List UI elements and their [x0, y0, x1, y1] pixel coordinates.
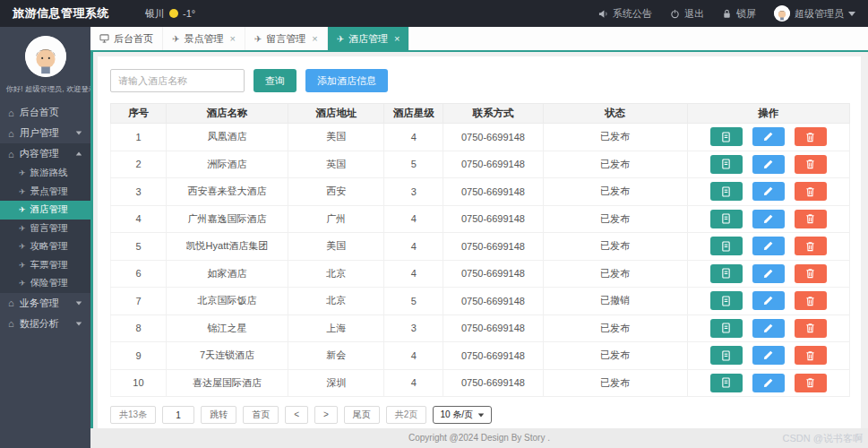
- trash-icon: [805, 296, 815, 306]
- view-button[interactable]: [710, 237, 743, 255]
- cell-address: 北京: [288, 260, 384, 288]
- plane-icon: ✈: [19, 242, 26, 251]
- sidebar-subitem-message[interactable]: ✈ 留言管理: [0, 220, 90, 238]
- edit-button[interactable]: [752, 127, 785, 146]
- delete-button[interactable]: [795, 210, 827, 228]
- edit-button[interactable]: [752, 155, 785, 174]
- cell-address: 深圳: [288, 369, 384, 397]
- plane-icon: ✈: [19, 261, 26, 270]
- chevron-left-icon: <: [294, 409, 299, 419]
- tab-message[interactable]: ✈ 留言管理 ×: [245, 27, 328, 50]
- view-button[interactable]: [710, 319, 743, 338]
- cell-index: 9: [111, 342, 167, 370]
- page-input[interactable]: [162, 406, 194, 424]
- cell-status: 已发布: [543, 233, 687, 261]
- search-button[interactable]: 查询: [254, 69, 296, 92]
- add-hotel-button[interactable]: 添加酒店信息: [305, 69, 388, 92]
- sidebar-subitem-scenic[interactable]: ✈ 景点管理: [0, 183, 90, 202]
- delete-button[interactable]: [795, 237, 827, 255]
- cell-index: 8: [111, 314, 167, 342]
- view-button[interactable]: [710, 210, 743, 228]
- view-button[interactable]: [710, 374, 743, 392]
- sidebar-subitem-label: 旅游路线: [30, 167, 68, 179]
- plane-icon: ✈: [19, 224, 26, 233]
- hotel-table-body: 1凤凰酒店美国40750-6699148已发布 2洲际酒店英国50750-669…: [111, 124, 850, 397]
- edit-button[interactable]: [752, 374, 785, 392]
- sidebar-item-business[interactable]: ⌂ 业务管理: [0, 293, 90, 314]
- logout-label: 退出: [684, 7, 704, 21]
- view-button[interactable]: [710, 291, 743, 310]
- tab-label: 后台首页: [114, 32, 153, 46]
- delete-button[interactable]: [795, 374, 827, 392]
- delete-button[interactable]: [795, 291, 827, 310]
- total-pages: 共2页: [386, 406, 427, 424]
- weather-city: 银川: [145, 7, 165, 21]
- document-icon: [721, 323, 731, 333]
- close-icon[interactable]: ×: [229, 33, 235, 44]
- edit-button[interactable]: [752, 210, 785, 228]
- delete-button[interactable]: [795, 319, 827, 338]
- sidebar-item-users[interactable]: ⌂ 用户管理: [0, 123, 90, 143]
- edit-button[interactable]: [752, 346, 785, 365]
- first-page-button[interactable]: 首页: [243, 406, 279, 424]
- edit-button[interactable]: [752, 319, 785, 338]
- cell-contact: 0750-6699148: [443, 314, 543, 342]
- sidebar-subitem-guide[interactable]: ✈ 攻略管理: [0, 237, 90, 256]
- tab-scenic[interactable]: ✈ 景点管理 ×: [163, 27, 245, 50]
- close-icon[interactable]: ×: [394, 33, 400, 44]
- top-header: 旅游信息管理系统 银川 -1° 系统公告 退出: [0, 0, 868, 27]
- per-page-select[interactable]: 10 条/页: [433, 406, 492, 424]
- content-area: 查询 添加酒店信息 序号 酒店名称 酒店地址: [90, 52, 868, 428]
- last-page-button[interactable]: 尾页: [344, 406, 380, 424]
- cell-address: 英国: [288, 151, 384, 178]
- pencil-icon: [763, 323, 773, 333]
- pencil-icon: [763, 132, 773, 142]
- trash-icon: [805, 241, 815, 252]
- cell-stars: 5: [384, 151, 443, 178]
- delete-button[interactable]: [795, 346, 827, 365]
- view-button[interactable]: [710, 264, 743, 283]
- tab-dashboard[interactable]: 后台首页: [90, 27, 163, 50]
- close-icon[interactable]: ×: [312, 33, 317, 44]
- view-button[interactable]: [710, 346, 743, 365]
- sidebar-subitem-hotel[interactable]: ✈ 酒店管理: [0, 201, 90, 220]
- cell-actions: [687, 124, 850, 151]
- announcement-button[interactable]: 系统公告: [598, 7, 652, 21]
- cell-name: 凯悦Hyatt酒店集团: [166, 233, 288, 261]
- next-page-button[interactable]: >: [314, 406, 338, 424]
- delete-button[interactable]: [795, 264, 827, 283]
- view-button[interactable]: [710, 182, 743, 201]
- col-actions: 操作: [687, 104, 850, 124]
- trash-icon: [805, 323, 815, 333]
- delete-button[interactable]: [795, 155, 827, 174]
- view-button[interactable]: [710, 127, 743, 146]
- sidebar-item-dashboard[interactable]: ⌂ 后台首页: [0, 102, 90, 123]
- tab-hotel[interactable]: ✈ 酒店管理 ×: [328, 27, 410, 50]
- view-button[interactable]: [710, 155, 743, 174]
- sidebar-subitem-routes[interactable]: ✈ 旅游路线: [0, 164, 90, 183]
- search-input[interactable]: [110, 69, 245, 92]
- document-icon: [721, 241, 731, 252]
- sun-icon: [169, 9, 178, 18]
- edit-button[interactable]: [752, 237, 785, 255]
- cell-stars: 3: [384, 314, 443, 342]
- lock-screen-label: 锁屏: [736, 7, 756, 21]
- sidebar-subitem-insurance[interactable]: ✈ 保险管理: [0, 274, 90, 293]
- prev-page-button[interactable]: <: [285, 406, 308, 424]
- chevron-right-icon: >: [323, 409, 329, 419]
- cell-index: 1: [111, 124, 167, 151]
- user-menu[interactable]: 超级管理员: [774, 5, 855, 22]
- cell-status: 已发布: [543, 124, 687, 151]
- delete-button[interactable]: [795, 127, 827, 146]
- jump-button[interactable]: 跳转: [201, 406, 236, 424]
- logout-button[interactable]: 退出: [670, 7, 704, 21]
- edit-button[interactable]: [752, 182, 785, 201]
- sidebar-subitem-ticket[interactable]: ✈ 车票管理: [0, 256, 90, 275]
- app: 旅游信息管理系统 银川 -1° 系统公告 退出: [0, 0, 868, 448]
- edit-button[interactable]: [752, 264, 785, 283]
- sidebar-item-content[interactable]: ⌂ 内容管理: [0, 143, 90, 164]
- lock-screen-button[interactable]: 锁屏: [722, 7, 756, 21]
- edit-button[interactable]: [752, 291, 785, 310]
- sidebar-item-analytics[interactable]: ⌂ 数据分析: [0, 314, 90, 334]
- delete-button[interactable]: [795, 182, 827, 201]
